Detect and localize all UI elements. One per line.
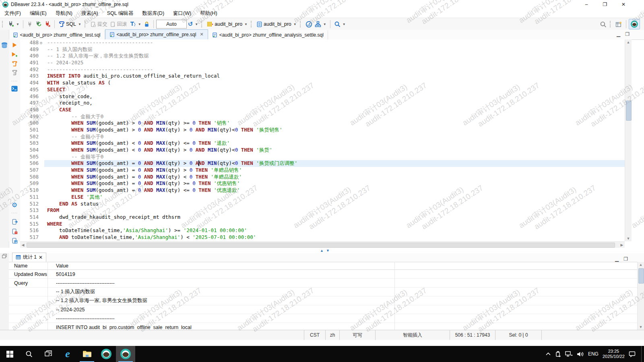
scroll-left-arrow[interactable]: ◀ bbox=[20, 242, 26, 248]
stats-tab[interactable]: 统计 1 ✕ bbox=[12, 253, 46, 262]
editor-vertical-scrollbar[interactable]: ▲ ▼ bbox=[625, 39, 632, 241]
internet-explorer-button[interactable]: e bbox=[58, 346, 77, 362]
menu-item[interactable]: 编辑(E) bbox=[25, 9, 51, 18]
notification-center-icon[interactable] bbox=[629, 351, 636, 357]
toolbar-search-button[interactable]: ▼ bbox=[333, 20, 347, 28]
code-text[interactable]: END AS status bbox=[44, 201, 625, 208]
open-terminal-button[interactable] bbox=[10, 85, 19, 92]
disconnected-plug-button[interactable] bbox=[26, 21, 34, 28]
menu-item[interactable]: 窗口(W) bbox=[169, 9, 196, 18]
code-text[interactable]: SELECT bbox=[44, 86, 625, 93]
table-row[interactable]: -- 1 插入国内数据 bbox=[9, 288, 638, 296]
sql-editor-button[interactable]: SQL ▼ bbox=[57, 20, 83, 28]
task-view-button[interactable] bbox=[39, 346, 58, 362]
code-text[interactable]: FROM bbox=[44, 207, 625, 214]
scroll-right-arrow[interactable]: ▶ bbox=[619, 242, 625, 248]
transaction-log-button[interactable]: ▼ bbox=[128, 20, 142, 28]
taskbar-search-button[interactable] bbox=[19, 346, 39, 362]
show-desktop-edge[interactable] bbox=[641, 346, 642, 362]
code-text[interactable]: WHEN SUM(goods_amt) < 0 AND MAX(qty) > 0… bbox=[44, 147, 625, 154]
restore-panel-icon[interactable] bbox=[2, 253, 7, 259]
scroll-down-arrow[interactable]: ▼ bbox=[638, 324, 644, 330]
menu-item[interactable]: 搜索(A) bbox=[77, 9, 103, 18]
panel-vertical-scrollbar[interactable]: ▲ ▼ bbox=[637, 262, 644, 330]
code-text[interactable]: WHERE bbox=[44, 221, 625, 228]
commit-button[interactable]: 提交 bbox=[89, 20, 109, 29]
code-text[interactable]: CASE bbox=[44, 107, 625, 113]
code-text[interactable]: WHEN SUM(goods_amt) < 0 AND MAX(qty) <= … bbox=[44, 140, 625, 147]
sql-code-editor[interactable]: 488⊖-----------------------------------4… bbox=[20, 39, 625, 241]
database-navigator-icon[interactable] bbox=[1, 42, 8, 49]
status-cell[interactable]: Sel: 0 | 0 bbox=[495, 330, 542, 340]
fold-toggle-icon[interactable]: ⊖ bbox=[39, 40, 43, 47]
status-cell[interactable]: 可写 bbox=[339, 330, 375, 340]
code-text[interactable]: -- 1.2 插入非海一家，非男生女生换货数据 bbox=[44, 53, 625, 60]
code-text[interactable]: ELSE '其他' bbox=[44, 194, 625, 201]
code-text[interactable]: WHEN SUM(goods_amt) = 0 AND MAX(qty) > 0… bbox=[44, 160, 625, 167]
code-text[interactable]: WHEN SUM(goods_amt) > 0 AND MIN(qty) >= … bbox=[44, 120, 625, 127]
status-cell[interactable]: CST bbox=[304, 330, 325, 340]
scroll-up-arrow[interactable]: ▲ bbox=[625, 39, 632, 45]
column-divider[interactable] bbox=[47, 262, 48, 330]
code-text[interactable]: dwd_trade_hkaudit_shop_receipt_mt dthsrm bbox=[44, 214, 625, 221]
hidden-icons-chevron[interactable] bbox=[545, 352, 551, 356]
column-header-value[interactable]: Value bbox=[53, 263, 638, 269]
code-text[interactable]: store_code, bbox=[44, 93, 625, 100]
code-text[interactable]: WHEN SUM(goods_amt) = 0 AND MIN(qty) > 0… bbox=[44, 167, 625, 174]
editor-tab[interactable]: <audit_bi_pro> zhumr_offline_analysis_se… bbox=[208, 30, 328, 39]
file-explorer-button[interactable] bbox=[77, 346, 97, 362]
table-row[interactable]: -- 1.2 插入非海一家, 非男生女生换货数据 bbox=[9, 296, 638, 305]
execute-script-button[interactable] bbox=[10, 60, 19, 67]
code-text[interactable]: WHEN SUM(goods_amt) = 0 AND MAX(qty) <= … bbox=[44, 187, 625, 194]
close-button[interactable]: ✕ bbox=[614, 0, 633, 9]
minimize-editor-icon[interactable]: ▁ bbox=[617, 31, 620, 37]
transaction-history-button[interactable]: ↺ ▼ bbox=[187, 20, 200, 29]
maximize-editor-icon[interactable]: ❐ bbox=[625, 31, 630, 37]
table-row[interactable]: -- 2024-2025 bbox=[9, 305, 638, 314]
editor-tab[interactable]: <audit_bi_pro> zhumr_offline_pre.sql✕ bbox=[105, 29, 208, 39]
maximize-panel-icon[interactable]: ❐ bbox=[623, 256, 628, 262]
close-icon[interactable]: ✕ bbox=[200, 32, 203, 37]
code-text[interactable]: WHEN SUM(goods_amt) = 0 AND MAX(qty) < 0… bbox=[44, 174, 625, 181]
status-cell[interactable]: 506 : 51 : 17943 bbox=[450, 330, 495, 340]
open-perspective-button[interactable] bbox=[614, 20, 623, 29]
network-icon[interactable] bbox=[565, 351, 573, 357]
code-text[interactable]: WHEN SUM(goods_amt) > 0 AND MAX(qty) > 0… bbox=[44, 127, 625, 134]
editor-settings-button[interactable]: ⚙ bbox=[10, 201, 19, 208]
code-text[interactable]: INSERT INTO audit_bi_pro.custom_offline_… bbox=[44, 73, 625, 80]
code-text[interactable]: WHEN SUM(goods_amt) = 0 AND MIN(qty) >= … bbox=[44, 180, 625, 187]
connection-selector[interactable]: audit_bi_pro ▼ bbox=[206, 20, 249, 28]
dashboard-button[interactable] bbox=[304, 20, 314, 29]
code-text[interactable]: toDateTime(sale_time,'Asia/Shanghai') >=… bbox=[44, 227, 625, 234]
table-row[interactable]: INSERT INTO audit_bi_pro.custom_offline_… bbox=[9, 323, 638, 330]
status-cell[interactable]: zh bbox=[325, 330, 339, 340]
dbeaver-active-taskbar-button[interactable] bbox=[116, 346, 135, 362]
panel-sash[interactable]: ▲ ▼ bbox=[0, 248, 644, 253]
close-icon[interactable]: ✕ bbox=[39, 255, 43, 260]
column-header-name[interactable]: Name bbox=[9, 263, 53, 269]
start-button[interactable] bbox=[0, 346, 19, 362]
reconnect-button[interactable] bbox=[34, 20, 43, 28]
scroll-up-arrow[interactable]: ▲ bbox=[638, 262, 644, 267]
schema-selector[interactable]: audit_bi_pro ▼ bbox=[255, 21, 298, 28]
dbeaver-taskbar-button[interactable] bbox=[97, 346, 116, 362]
taskbar-clock[interactable]: 23:25 2025/10/22 bbox=[603, 349, 625, 359]
minimize-panel-icon[interactable]: ▁ bbox=[615, 256, 619, 262]
scrollbar-thumb[interactable] bbox=[638, 268, 644, 284]
status-cell[interactable]: 智能插入 bbox=[375, 330, 450, 340]
menu-item[interactable]: 导航(N) bbox=[51, 9, 77, 18]
disconnect-button[interactable] bbox=[43, 20, 52, 28]
rollback-button[interactable]: 回滚 bbox=[109, 20, 128, 29]
code-text[interactable]: -- 金额小于0 bbox=[44, 134, 625, 140]
code-text[interactable]: ----------------------------------- bbox=[44, 66, 625, 73]
code-text[interactable]: WITH sale_status AS ( bbox=[44, 80, 625, 86]
table-row[interactable]: Query----------------------------------- bbox=[9, 279, 638, 288]
table-row[interactable]: ----------------------------------- bbox=[9, 314, 638, 323]
menu-item[interactable]: 文件(F) bbox=[0, 9, 25, 18]
sash-down-arrow[interactable]: ▼ bbox=[326, 249, 330, 253]
code-text[interactable]: AND toDateTime(sale_time,'Asia/Shanghai'… bbox=[44, 234, 625, 241]
execute-new-tab-button[interactable] bbox=[10, 51, 19, 58]
export-result-button[interactable] bbox=[10, 218, 19, 225]
network-button[interactable]: ▼ bbox=[314, 20, 328, 28]
dbeaver-perspective-button[interactable] bbox=[629, 19, 640, 29]
